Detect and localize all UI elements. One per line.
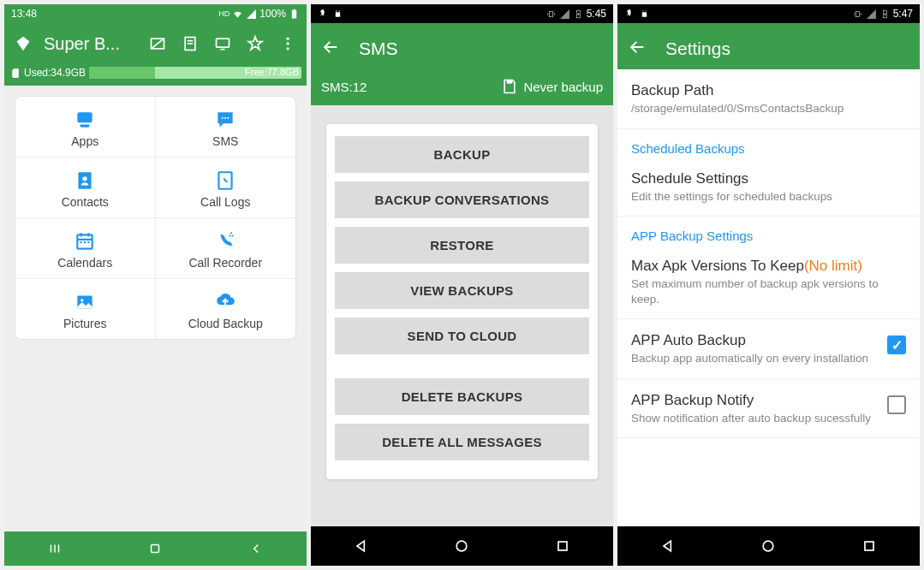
backup-button[interactable]: BACKUP <box>335 136 589 173</box>
display-icon[interactable] <box>214 35 231 52</box>
back-arrow-icon <box>321 38 340 56</box>
svg-point-9 <box>286 38 289 40</box>
nav-bar <box>617 526 920 566</box>
delete-all-messages-button[interactable]: DELETE ALL MESSAGES <box>335 424 589 460</box>
grid-item-apps[interactable]: Apps <box>15 97 156 157</box>
storage-free-label: Free:77.8GB <box>245 67 299 77</box>
screen-sms-backup: 5:45 SMS SMS:12 Never backup BACKUP BACK… <box>311 4 613 566</box>
grid-item-sms[interactable]: SMS <box>156 97 296 157</box>
svg-point-16 <box>227 117 229 119</box>
document-icon[interactable] <box>182 35 199 52</box>
nav-recents-icon[interactable] <box>861 537 878 555</box>
category-grid: Apps SMS Contacts Call Logs Calendars <box>15 96 296 340</box>
svg-marker-43 <box>577 12 579 16</box>
back-arrow-icon <box>628 38 647 56</box>
more-icon[interactable] <box>279 35 296 52</box>
app-bar: Settings <box>617 23 920 69</box>
backup-conversations-button[interactable]: BACKUP CONVERSATIONS <box>335 181 589 218</box>
notify-checkbox[interactable] <box>887 395 906 414</box>
section-app-backup-settings: APP Backup Settings <box>617 217 920 245</box>
pictures-icon <box>74 291 96 313</box>
grid-item-contacts[interactable]: Contacts <box>15 157 156 218</box>
never-backup-indicator[interactable]: Never backup <box>501 78 603 95</box>
delete-backups-button[interactable]: DELETE BACKUPS <box>335 378 589 415</box>
wifi-icon <box>232 9 243 20</box>
setting-backup-notify[interactable]: APP Backup Notify Show notification afte… <box>617 379 920 439</box>
grid-item-cloud-backup[interactable]: Cloud Backup <box>156 279 296 339</box>
no-image-icon[interactable] <box>149 35 166 52</box>
cloud-icon <box>214 291 236 313</box>
screen-title: Settings <box>665 39 909 59</box>
status-time: 13:48 <box>11 8 37 20</box>
status-bar: 13:48 HD 100% <box>4 4 307 23</box>
sms-icon <box>214 109 236 131</box>
nav-bar <box>311 526 613 566</box>
vibrate-icon <box>852 9 863 20</box>
svg-point-46 <box>457 541 468 551</box>
svg-rect-44 <box>507 80 513 84</box>
call-logs-icon <box>214 169 236 192</box>
view-backups-button[interactable]: VIEW BACKUPS <box>335 272 589 309</box>
svg-marker-56 <box>664 541 671 551</box>
grid-item-call-recorder[interactable]: Call Recorder <box>156 218 296 279</box>
signal-icon <box>559 9 570 20</box>
restore-button[interactable]: RESTORE <box>335 227 589 264</box>
svg-point-31 <box>80 299 83 301</box>
grid-item-call-logs[interactable]: Call Logs <box>156 157 296 218</box>
battery-icon <box>289 9 300 20</box>
nav-home-icon[interactable] <box>760 537 777 555</box>
setting-backup-path[interactable]: Backup Path /storage/emulated/0/SmsConta… <box>617 69 920 129</box>
svg-line-3 <box>152 39 164 49</box>
svg-rect-47 <box>558 542 567 550</box>
back-button[interactable] <box>628 38 647 60</box>
back-button[interactable] <box>321 38 340 60</box>
svg-rect-58 <box>865 542 873 550</box>
sms-subbar: SMS:12 Never backup <box>311 69 613 105</box>
grid-item-pictures[interactable]: Pictures <box>15 279 156 339</box>
signal-icon <box>246 9 257 20</box>
android-icon <box>332 9 343 20</box>
star-icon[interactable] <box>247 35 264 52</box>
status-time: 5:47 <box>893 8 913 20</box>
save-icon <box>501 78 518 95</box>
svg-marker-55 <box>884 12 885 16</box>
setting-auto-backup[interactable]: APP Auto Backup Backup app automatically… <box>617 319 920 379</box>
rocket-icon <box>318 9 329 20</box>
svg-point-49 <box>642 10 643 11</box>
nav-home-icon[interactable] <box>453 537 470 555</box>
app-bar: Super B... <box>4 23 307 64</box>
section-other-settings: Other Settings <box>617 437 920 448</box>
svg-point-50 <box>646 10 647 11</box>
nav-back-icon[interactable] <box>248 541 264 556</box>
svg-rect-48 <box>642 12 647 16</box>
nav-home-icon[interactable] <box>147 541 163 556</box>
svg-rect-51 <box>855 11 859 17</box>
nav-recents-icon[interactable] <box>47 541 63 556</box>
svg-rect-25 <box>84 241 86 243</box>
diamond-icon <box>15 35 32 52</box>
battery-icon <box>879 9 891 20</box>
setting-schedule[interactable]: Schedule Settings Edit the settings for … <box>617 157 920 217</box>
svg-point-10 <box>286 42 289 45</box>
vibrate-icon <box>545 9 557 20</box>
svg-rect-12 <box>78 112 92 122</box>
grid-item-calendars[interactable]: Calendars <box>15 218 156 279</box>
nav-back-icon[interactable] <box>659 537 677 555</box>
storage-bar: Used:34.9GB Free:77.8GB <box>4 64 307 86</box>
contacts-icon <box>74 169 96 192</box>
battery-icon <box>573 9 584 20</box>
call-recorder-icon <box>214 230 236 252</box>
svg-rect-39 <box>549 11 552 17</box>
app-bar: SMS <box>311 23 613 69</box>
auto-backup-checkbox[interactable] <box>887 335 906 354</box>
storage-meter: Free:77.8GB <box>89 67 301 79</box>
screen-title: SMS <box>359 39 603 59</box>
svg-rect-36 <box>336 12 340 16</box>
apps-icon <box>74 109 96 131</box>
nav-back-icon[interactable] <box>353 537 370 555</box>
send-to-cloud-button[interactable]: SEND TO CLOUD <box>335 318 589 354</box>
nav-recents-icon[interactable] <box>554 537 571 555</box>
setting-max-apk-versions[interactable]: Max Apk Versions To Keep(No limit) Set m… <box>617 245 920 319</box>
calendar-icon <box>74 230 96 252</box>
storage-used-label: Used:34.9GB <box>24 67 86 79</box>
